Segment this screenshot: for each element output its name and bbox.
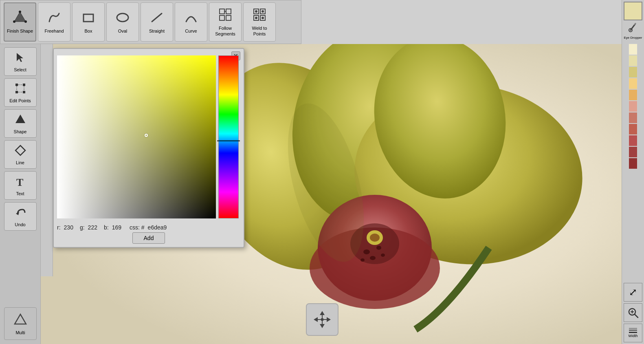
hue-strip[interactable] bbox=[218, 55, 239, 218]
css-label: css: # bbox=[130, 224, 145, 231]
current-color-swatch[interactable] bbox=[624, 2, 642, 20]
color-swatches bbox=[629, 44, 637, 283]
swatch-orange-yellow[interactable] bbox=[629, 78, 637, 89]
bottom-move-button[interactable] bbox=[306, 303, 338, 336]
svg-rect-8 bbox=[226, 9, 231, 14]
zoom-button-right[interactable] bbox=[624, 303, 642, 322]
swatch-yellow-green[interactable] bbox=[629, 66, 637, 78]
box-button[interactable]: Box bbox=[72, 2, 105, 42]
r-label: r: bbox=[57, 224, 61, 231]
undo-button[interactable]: Undo bbox=[4, 202, 37, 231]
edit-points-label: Edit Points bbox=[9, 98, 31, 103]
swatch-orange[interactable] bbox=[629, 89, 637, 101]
finish-shape-button[interactable]: Finish Shape bbox=[4, 2, 36, 42]
select-tool-button[interactable]: Select bbox=[4, 47, 37, 76]
svg-rect-21 bbox=[15, 84, 18, 86]
svg-point-1 bbox=[19, 11, 21, 13]
color-gradient[interactable] bbox=[57, 55, 216, 218]
swatch-cream[interactable] bbox=[629, 55, 637, 66]
top-toolbar: Finish Shape Freehand Box Oval bbox=[0, 0, 301, 44]
svg-point-19 bbox=[262, 17, 264, 19]
line-tool-button[interactable]: Line bbox=[4, 140, 37, 169]
text-icon: T bbox=[14, 175, 26, 190]
svg-point-42 bbox=[376, 246, 381, 250]
width-label: Width bbox=[628, 334, 637, 338]
swatch-rose[interactable] bbox=[629, 112, 637, 123]
oval-icon bbox=[115, 10, 130, 27]
freehand-icon bbox=[47, 10, 62, 27]
line-label: Line bbox=[16, 160, 24, 165]
r-value: 230 bbox=[64, 224, 73, 231]
g-label: g: bbox=[80, 224, 85, 231]
left-sidebar: Select Edit Points Shape bbox=[0, 44, 41, 344]
svg-point-45 bbox=[360, 258, 365, 262]
width-button[interactable]: Width bbox=[624, 324, 642, 342]
color-picker-dialog: ✕ r: 230 g: 222 b: 169 css: # e6dea9 Add bbox=[53, 48, 244, 248]
eyedropper-icon bbox=[627, 22, 639, 36]
svg-marker-29 bbox=[15, 115, 25, 123]
svg-marker-63 bbox=[15, 314, 26, 324]
css-value: e6dea9 bbox=[148, 224, 167, 231]
box-icon bbox=[81, 10, 96, 27]
svg-marker-20 bbox=[17, 53, 23, 62]
svg-rect-22 bbox=[23, 84, 25, 86]
svg-marker-56 bbox=[320, 311, 325, 315]
zoom-icon bbox=[627, 307, 639, 318]
follow-segments-label: Follow Segments bbox=[211, 26, 240, 36]
svg-point-17 bbox=[262, 10, 264, 13]
undo-label: Undo bbox=[15, 222, 25, 227]
svg-rect-9 bbox=[220, 15, 224, 20]
svg-marker-57 bbox=[320, 324, 325, 328]
select-label: Select bbox=[14, 67, 26, 72]
select-icon bbox=[14, 51, 26, 66]
swatch-red-medium[interactable] bbox=[629, 123, 637, 135]
undo-icon bbox=[14, 206, 26, 221]
svg-point-18 bbox=[255, 17, 257, 19]
move-button-right[interactable]: ⤢ bbox=[624, 283, 642, 302]
svg-rect-23 bbox=[15, 91, 18, 93]
svg-marker-58 bbox=[314, 317, 318, 322]
swatch-salmon[interactable] bbox=[629, 101, 637, 112]
multi-button[interactable]: Multi bbox=[4, 307, 37, 340]
svg-point-47 bbox=[370, 234, 380, 242]
edit-points-button[interactable]: Edit Points bbox=[4, 78, 37, 107]
four-way-arrow-icon bbox=[312, 309, 332, 330]
add-button[interactable]: Add bbox=[132, 232, 165, 244]
eyedropper-button[interactable]: Eye Dropper bbox=[624, 22, 642, 40]
svg-point-5 bbox=[117, 13, 128, 22]
curve-icon bbox=[184, 10, 198, 27]
straight-button[interactable]: Straight bbox=[141, 2, 173, 42]
edit-points-icon bbox=[14, 82, 26, 97]
svg-rect-24 bbox=[23, 91, 25, 93]
freehand-label: Freehand bbox=[44, 29, 64, 34]
shape-tool-button[interactable]: Shape bbox=[4, 109, 37, 138]
swatch-darker-red[interactable] bbox=[629, 158, 637, 169]
svg-point-3 bbox=[13, 20, 15, 23]
straight-label: Straight bbox=[149, 29, 165, 34]
svg-rect-4 bbox=[84, 14, 93, 22]
curve-label: Curve bbox=[185, 29, 197, 34]
svg-point-43 bbox=[370, 256, 376, 260]
follow-segments-button[interactable]: Follow Segments bbox=[209, 2, 242, 42]
b-label: b: bbox=[104, 224, 109, 231]
gradient-cursor bbox=[145, 134, 148, 137]
finish-shape-icon bbox=[13, 10, 27, 27]
curve-button[interactable]: Curve bbox=[175, 2, 207, 42]
straight-icon bbox=[149, 10, 164, 27]
swatch-dark-red[interactable] bbox=[629, 146, 637, 158]
oval-button[interactable]: Oval bbox=[106, 2, 139, 42]
svg-point-2 bbox=[24, 20, 27, 23]
box-label: Box bbox=[85, 29, 92, 34]
weld-to-points-button[interactable]: Weld to Points bbox=[243, 2, 276, 42]
text-tool-button[interactable]: T Text bbox=[4, 171, 37, 200]
svg-point-16 bbox=[255, 10, 257, 13]
g-value: 222 bbox=[88, 224, 97, 231]
svg-line-6 bbox=[152, 13, 162, 22]
freehand-button[interactable]: Freehand bbox=[38, 2, 70, 42]
svg-rect-7 bbox=[220, 9, 224, 14]
width-icon bbox=[629, 328, 637, 333]
swatch-red[interactable] bbox=[629, 135, 637, 146]
eyedropper-label: Eye Dropper bbox=[624, 36, 642, 40]
swatch-cream-light[interactable] bbox=[629, 44, 637, 55]
svg-marker-59 bbox=[327, 317, 331, 322]
